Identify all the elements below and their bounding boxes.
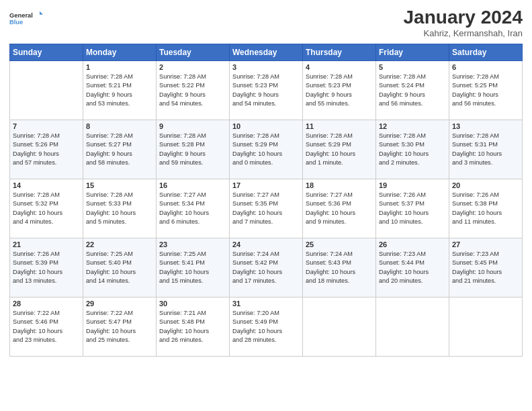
day-cell [449, 298, 523, 357]
day-info: Sunrise: 7:25 AMSunset: 5:41 PMDaylight:… [159, 250, 226, 285]
day-info: Sunrise: 7:20 AMSunset: 5:49 PMDaylight:… [232, 309, 300, 345]
day-cell: 18Sunrise: 7:27 AMSunset: 5:36 PMDayligh… [303, 179, 376, 238]
day-number: 16 [159, 181, 226, 189]
day-info: Sunrise: 7:28 AMSunset: 5:32 PMDaylight:… [13, 191, 80, 226]
day-number: 1 [86, 63, 153, 71]
day-cell: 8Sunrise: 7:28 AMSunset: 5:27 PMDaylight… [83, 120, 157, 179]
day-info: Sunrise: 7:28 AMSunset: 5:21 PMDaylight:… [86, 73, 153, 108]
week-row-1: 1Sunrise: 7:28 AMSunset: 5:21 PMDaylight… [10, 61, 523, 120]
day-number: 4 [306, 63, 373, 71]
calendar-table: SundayMondayTuesdayWednesdayThursdayFrid… [9, 44, 523, 357]
day-info: Sunrise: 7:28 AMSunset: 5:25 PMDaylight:… [452, 73, 519, 108]
day-info: Sunrise: 7:28 AMSunset: 5:29 PMDaylight:… [232, 132, 300, 167]
day-info: Sunrise: 7:28 AMSunset: 5:33 PMDaylight:… [86, 191, 153, 226]
svg-marker-2 [40, 11, 43, 15]
col-header-saturday: Saturday [449, 44, 523, 61]
day-number: 6 [452, 63, 519, 71]
day-number: 29 [86, 300, 153, 308]
day-info: Sunrise: 7:28 AMSunset: 5:31 PMDaylight:… [452, 132, 519, 167]
col-header-sunday: Sunday [10, 44, 83, 61]
month-title: January 2024 [404, 7, 523, 28]
day-cell: 23Sunrise: 7:25 AMSunset: 5:41 PMDayligh… [157, 238, 230, 298]
day-cell: 20Sunrise: 7:26 AMSunset: 5:38 PMDayligh… [449, 179, 523, 238]
day-cell: 4Sunrise: 7:28 AMSunset: 5:23 PMDaylight… [303, 61, 376, 120]
day-info: Sunrise: 7:28 AMSunset: 5:29 PMDaylight:… [306, 132, 373, 167]
day-cell: 30Sunrise: 7:21 AMSunset: 5:48 PMDayligh… [157, 298, 230, 357]
day-number: 26 [379, 240, 446, 248]
day-cell: 12Sunrise: 7:28 AMSunset: 5:30 PMDayligh… [376, 120, 449, 179]
day-number: 9 [159, 122, 226, 130]
day-info: Sunrise: 7:24 AMSunset: 5:43 PMDaylight:… [306, 250, 373, 285]
col-header-tuesday: Tuesday [157, 44, 230, 61]
day-info: Sunrise: 7:28 AMSunset: 5:23 PMDaylight:… [306, 73, 373, 108]
day-info: Sunrise: 7:23 AMSunset: 5:45 PMDaylight:… [452, 250, 519, 285]
day-number: 2 [159, 63, 226, 71]
day-info: Sunrise: 7:21 AMSunset: 5:48 PMDaylight:… [159, 309, 226, 345]
day-info: Sunrise: 7:27 AMSunset: 5:36 PMDaylight:… [306, 191, 373, 226]
day-number: 22 [86, 240, 153, 248]
day-cell: 27Sunrise: 7:23 AMSunset: 5:45 PMDayligh… [449, 238, 523, 298]
day-info: Sunrise: 7:28 AMSunset: 5:30 PMDaylight:… [379, 132, 446, 167]
day-number: 23 [159, 240, 226, 248]
day-number: 17 [232, 181, 300, 189]
day-info: Sunrise: 7:22 AMSunset: 5:47 PMDaylight:… [86, 309, 153, 345]
day-cell [10, 61, 83, 120]
title-block: January 2024 Kahriz, Kermanshah, Iran [404, 7, 523, 38]
day-number: 3 [232, 63, 300, 71]
day-info: Sunrise: 7:28 AMSunset: 5:24 PMDaylight:… [379, 73, 446, 108]
day-cell: 13Sunrise: 7:28 AMSunset: 5:31 PMDayligh… [449, 120, 523, 179]
day-info: Sunrise: 7:28 AMSunset: 5:23 PMDaylight:… [232, 73, 300, 108]
day-number: 30 [159, 300, 226, 308]
day-number: 12 [379, 122, 446, 130]
day-cell: 26Sunrise: 7:23 AMSunset: 5:44 PMDayligh… [376, 238, 449, 298]
day-number: 27 [452, 240, 519, 248]
day-info: Sunrise: 7:25 AMSunset: 5:40 PMDaylight:… [86, 250, 153, 285]
day-number: 7 [13, 122, 80, 130]
day-cell: 28Sunrise: 7:22 AMSunset: 5:46 PMDayligh… [10, 298, 83, 357]
day-info: Sunrise: 7:26 AMSunset: 5:38 PMDaylight:… [452, 191, 519, 226]
day-number: 5 [379, 63, 446, 71]
day-number: 13 [452, 122, 519, 130]
day-cell: 19Sunrise: 7:26 AMSunset: 5:37 PMDayligh… [376, 179, 449, 238]
day-cell: 17Sunrise: 7:27 AMSunset: 5:35 PMDayligh… [230, 179, 303, 238]
day-cell: 16Sunrise: 7:27 AMSunset: 5:34 PMDayligh… [157, 179, 230, 238]
day-info: Sunrise: 7:28 AMSunset: 5:27 PMDaylight:… [86, 132, 153, 167]
day-info: Sunrise: 7:26 AMSunset: 5:39 PMDaylight:… [13, 250, 80, 285]
day-info: Sunrise: 7:27 AMSunset: 5:34 PMDaylight:… [159, 191, 226, 226]
day-cell [303, 298, 376, 357]
day-cell: 5Sunrise: 7:28 AMSunset: 5:24 PMDaylight… [376, 61, 449, 120]
col-header-thursday: Thursday [303, 44, 376, 61]
day-cell: 24Sunrise: 7:24 AMSunset: 5:42 PMDayligh… [230, 238, 303, 298]
day-info: Sunrise: 7:27 AMSunset: 5:35 PMDaylight:… [232, 191, 300, 226]
day-number: 19 [379, 181, 446, 189]
day-info: Sunrise: 7:28 AMSunset: 5:28 PMDaylight:… [159, 132, 226, 167]
day-cell: 7Sunrise: 7:28 AMSunset: 5:26 PMDaylight… [10, 120, 83, 179]
day-info: Sunrise: 7:22 AMSunset: 5:46 PMDaylight:… [13, 309, 80, 345]
day-number: 28 [13, 300, 80, 308]
day-cell [376, 298, 449, 357]
header-row: SundayMondayTuesdayWednesdayThursdayFrid… [10, 44, 523, 61]
col-header-monday: Monday [83, 44, 157, 61]
logo: General Blue [9, 7, 43, 31]
day-cell: 9Sunrise: 7:28 AMSunset: 5:28 PMDaylight… [157, 120, 230, 179]
week-row-4: 21Sunrise: 7:26 AMSunset: 5:39 PMDayligh… [10, 238, 523, 298]
day-info: Sunrise: 7:28 AMSunset: 5:26 PMDaylight:… [13, 132, 80, 167]
week-row-5: 28Sunrise: 7:22 AMSunset: 5:46 PMDayligh… [10, 298, 523, 357]
svg-text:Blue: Blue [9, 19, 23, 26]
logo-svg: General Blue [9, 7, 43, 31]
day-cell: 21Sunrise: 7:26 AMSunset: 5:39 PMDayligh… [10, 238, 83, 298]
day-cell: 3Sunrise: 7:28 AMSunset: 5:23 PMDaylight… [230, 61, 303, 120]
svg-text:General: General [9, 12, 33, 19]
day-cell: 11Sunrise: 7:28 AMSunset: 5:29 PMDayligh… [303, 120, 376, 179]
day-cell: 22Sunrise: 7:25 AMSunset: 5:40 PMDayligh… [83, 238, 157, 298]
day-info: Sunrise: 7:23 AMSunset: 5:44 PMDaylight:… [379, 250, 446, 285]
col-header-wednesday: Wednesday [230, 44, 303, 61]
header: General Blue January 2024 Kahriz, Kerman… [9, 7, 523, 38]
day-number: 8 [86, 122, 153, 130]
day-cell: 29Sunrise: 7:22 AMSunset: 5:47 PMDayligh… [83, 298, 157, 357]
day-number: 21 [13, 240, 80, 248]
week-row-3: 14Sunrise: 7:28 AMSunset: 5:32 PMDayligh… [10, 179, 523, 238]
day-number: 18 [306, 181, 373, 189]
calendar-page: General Blue January 2024 Kahriz, Kerman… [0, 0, 532, 411]
day-number: 15 [86, 181, 153, 189]
